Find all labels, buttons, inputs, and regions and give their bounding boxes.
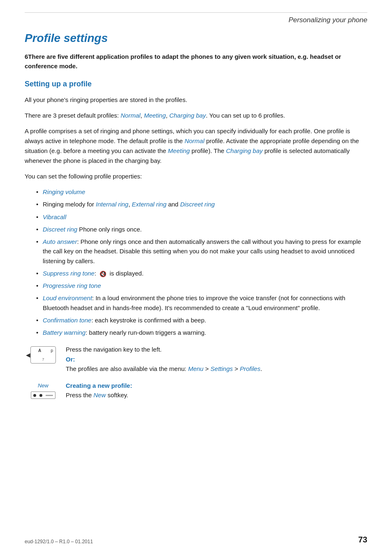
prop-battery-warning: Battery warning <box>43 329 85 336</box>
list-item: Discreet ring Phone only rings once. <box>36 225 367 234</box>
list-item: Loud environment: In a loud environment … <box>36 293 367 313</box>
para1: All your phone's ringing properties are … <box>25 95 367 105</box>
list-item: Confirmation tone: each keystroke is con… <box>36 315 367 325</box>
prop-auto-answer: Auto answer <box>43 238 77 245</box>
creating-label: Creating a new profile: <box>66 382 132 389</box>
nav-key-text: Press the navigation key to the left. Or… <box>62 345 367 373</box>
subsection-title: Setting up a profile <box>25 80 367 88</box>
prop-progressive-ring: Progressive ring tone <box>43 282 101 289</box>
para3-normal: Normal <box>184 137 204 144</box>
page-container: Personalizing your phone Profile setting… <box>0 0 392 432</box>
or-label: Or: <box>66 356 75 363</box>
footer: eud-1292/1.0 – R1.0 – 01.2011 73 <box>25 535 367 544</box>
new-softkey-text: Creating a new profile: Press the New so… <box>62 381 367 400</box>
para3-meeting: Meeting <box>168 147 190 154</box>
action-row-new: New Creating a new profile: Press the Ne… <box>25 381 367 400</box>
section-title: Profile settings <box>25 32 367 45</box>
nav-key-icon: ◀ A p 7 <box>25 345 62 364</box>
properties-list: Ringing volume Ringing melody for Intern… <box>36 187 367 337</box>
menu-profiles: Profiles <box>240 365 261 372</box>
prop-vibracall: Vibracall <box>43 213 66 220</box>
prop-internal-ring: Internal ring <box>96 201 128 208</box>
list-item: Ringing volume <box>36 187 367 197</box>
profile-charging: Charging bay <box>169 112 206 119</box>
list-item: Vibracall <box>36 212 367 222</box>
footer-page: 73 <box>358 535 367 544</box>
action-table: ◀ A p 7 Press the navigation key to the … <box>25 345 367 400</box>
new-softkey-icon: New <box>25 381 62 399</box>
prop-ringing-volume: Ringing volume <box>43 188 85 195</box>
list-item: Progressive ring tone <box>36 281 367 290</box>
menu-settings: Settings <box>210 365 233 372</box>
new-word: New <box>94 392 106 398</box>
prop-discreet-ring2: Discreet ring <box>43 226 77 233</box>
profile-normal: Normal <box>120 112 140 119</box>
svg-text:🔇: 🔇 <box>99 271 106 277</box>
menu-path: Menu <box>188 365 204 372</box>
list-item: Suppress ring tone: 🔇 is displayed. <box>36 269 367 278</box>
profile-meeting: Meeting <box>144 112 166 119</box>
prop-suppress-ring: Suppress ring tone <box>43 270 95 277</box>
prop-confirmation-tone: Confirmation tone <box>43 317 91 324</box>
prop-external-ring: External ring <box>132 201 166 208</box>
header-divider <box>25 12 367 13</box>
list-item: Auto answer: Phone only rings once and t… <box>36 237 367 266</box>
para3: A profile comprises a set of ringing and… <box>25 126 367 166</box>
para2: There are 3 preset default profiles: Nor… <box>25 111 367 120</box>
prop-loud-env: Loud environment <box>43 294 92 301</box>
prop-discreet-ring: Discreet ring <box>180 201 214 208</box>
header-title: Personalizing your phone <box>25 16 367 24</box>
list-item: Battery warning: battery nearly run-down… <box>36 328 367 337</box>
suppress-icon: 🔇 <box>99 271 106 277</box>
footer-left: eud-1292/1.0 – R1.0 – 01.2011 <box>25 539 93 544</box>
intro-text: 6There are five different application pr… <box>25 52 367 71</box>
list-item: Ringing melody for Internal ring, Extern… <box>36 199 367 209</box>
action-row-nav: ◀ A p 7 Press the navigation key to the … <box>25 345 367 373</box>
new-label: New <box>38 382 48 389</box>
para3-charging: Charging bay <box>226 147 263 154</box>
para4: You can set the following profile proper… <box>25 171 367 181</box>
